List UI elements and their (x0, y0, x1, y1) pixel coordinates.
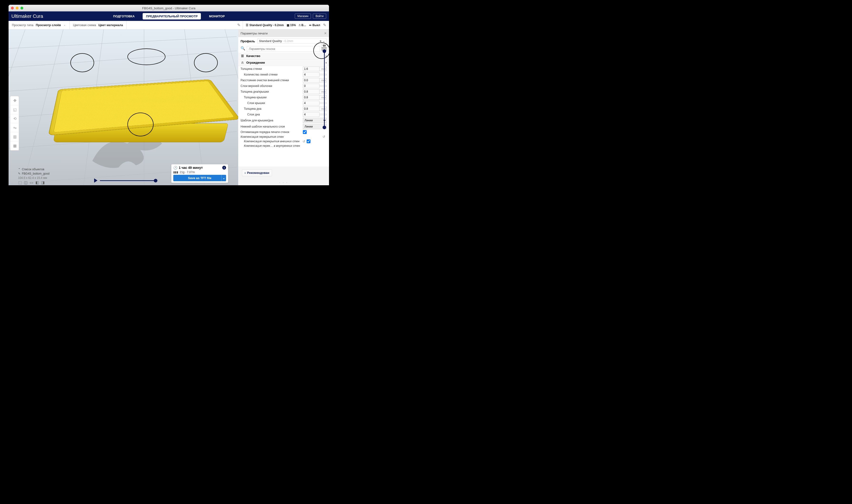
infill-summary[interactable]: ▦ 15% (287, 23, 296, 27)
login-button[interactable]: Войти (313, 14, 326, 19)
profile-label: Профиль (241, 39, 255, 43)
pencil-icon[interactable]: ✎ (18, 172, 20, 175)
setting-input[interactable] (303, 78, 319, 83)
rotate-tool-icon[interactable]: ⟲ (10, 114, 19, 123)
color-scheme-value[interactable]: Цвет материала (99, 23, 123, 27)
top-bar: Ultimaker Cura ПОДГОТОВКА ПРЕДВАРИТЕЛЬНЫ… (8, 12, 329, 21)
settings-search[interactable] (247, 46, 320, 52)
setting-name: Расстояние очистки внешней стенки (241, 78, 303, 82)
reset-icon[interactable]: ↺ (323, 135, 325, 139)
logo: Ultimaker Cura (12, 14, 43, 19)
recommended-button[interactable]: ‹Рекомендован (242, 169, 272, 176)
slider-thumb[interactable] (154, 179, 157, 182)
setting-input[interactable] (303, 89, 319, 94)
chevron-left-icon[interactable]: ‹ (63, 24, 66, 26)
setting-name: Слои дна (241, 113, 303, 116)
play-button[interactable] (94, 178, 98, 183)
annotation-oval (70, 53, 94, 72)
view-type-label: Просмотр типа (12, 23, 33, 27)
tab-monitor[interactable]: МОНИТОР (206, 13, 228, 19)
mesh-tool-icon[interactable]: ▥ (10, 132, 19, 141)
layer-thumb-top[interactable] (323, 49, 326, 53)
viewport[interactable]: ✥ ◱ ⟲ ⇋ ▥ ▦ ⌃ Список объектов ✎ FBG4S_bo… (8, 30, 238, 185)
pencil-icon[interactable]: ✎ (235, 23, 243, 27)
setting-name: Компенсация перекрытия стен (241, 135, 323, 139)
setting-name: Оптимизация порядка печати стенок (241, 130, 303, 134)
simulation-slider[interactable] (100, 180, 157, 181)
setting-name: Компенсация перекрытия внешних стен (241, 140, 302, 143)
chevron-down-icon[interactable]: ⌄ (221, 175, 226, 181)
setting-row: Слои крышки (238, 100, 329, 106)
setting-row: Оптимизация порядка печати стенок (238, 130, 329, 134)
panel-title: Параметры печати (241, 32, 268, 35)
infill-icon: ▦ (287, 23, 289, 27)
titlebar: FBG4S_bottom_good - Ultimaker Cura (8, 5, 329, 12)
view-3d-icon[interactable]: ⬚ (18, 180, 22, 184)
mirror-tool-icon[interactable]: ⇋ (10, 123, 19, 132)
quality-summary[interactable]: ☰ Standard Quality - 0.2mm (246, 23, 284, 27)
close-panel-icon[interactable]: × (324, 31, 327, 36)
resize-handle[interactable]: · · · (238, 180, 329, 185)
support-icon: ⎍ (299, 23, 300, 27)
setting-input[interactable] (303, 95, 319, 100)
setting-input[interactable] (303, 106, 319, 111)
save-button[interactable]: Save as TFT file⌄ (173, 175, 226, 181)
setting-row: Шаблон для крышки/днаЛинии (238, 117, 329, 124)
profile-selector[interactable]: Standard Quality - 0.2mm ★ ⌄ (258, 38, 327, 44)
chevron-up-icon[interactable]: ⌃ (18, 168, 20, 171)
setting-row: Слои дна (238, 112, 329, 117)
store-button[interactable]: Магазин (295, 14, 311, 19)
tab-prepare[interactable]: ПОДГОТОВКА (110, 13, 138, 19)
view-left-icon[interactable]: ◧ (35, 180, 39, 184)
setting-checkbox[interactable] (303, 130, 307, 134)
setting-name: Толщина стенки (241, 67, 303, 71)
chevron-left-icon: ‹ (245, 171, 246, 175)
setting-name: Толщина крышки (241, 96, 303, 99)
transform-tools: ✥ ◱ ⟲ ⇋ ▥ ▦ (10, 96, 19, 150)
print-info-box: 🕑1 час 49 минутi ▮▮▮21g · 7.07m Save as … (171, 164, 228, 183)
setting-row: Толщина днаmm (238, 106, 329, 112)
move-tool-icon[interactable]: ✥ (10, 96, 19, 105)
annotation-oval (127, 112, 154, 136)
section-walls[interactable]: ⎍Ограждение ‹ (238, 59, 329, 66)
material-icon: ▮▮▮ (173, 170, 178, 174)
layers-icon: ☰ (246, 23, 248, 27)
setting-row: Толщина дна/крышкиmm (238, 89, 329, 94)
support-blocker-icon[interactable]: ▦ (10, 141, 19, 150)
object-item[interactable]: FBG4S_bottom_good (22, 172, 49, 175)
setting-input[interactable] (303, 67, 319, 71)
clock-icon: 🕑 (173, 166, 177, 169)
view-front-icon[interactable]: ◫ (24, 180, 28, 184)
reset-icon[interactable]: ↺ (302, 140, 305, 143)
setting-row: Толщина крышкиmm (238, 94, 329, 100)
layer-slider[interactable]: 68 (319, 44, 329, 129)
annotation-oval (127, 49, 166, 65)
setting-name: Толщина дна/крышки (241, 90, 303, 93)
setting-checkbox[interactable] (307, 140, 311, 143)
edit-settings-icon[interactable]: ✎ (323, 23, 326, 27)
view-preset-icons: ⬚ ◫ ▭ ◧ ◨ (18, 180, 45, 184)
setting-input[interactable] (303, 72, 319, 77)
setting-name: Нижний шаблон начального слоя (241, 125, 303, 128)
setting-input[interactable] (303, 112, 319, 117)
view-top-icon[interactable]: ▭ (30, 180, 33, 184)
print-time: 1 час 49 минут (179, 166, 203, 169)
adhesion-icon: ⇔ (309, 23, 311, 27)
adhesion-summary[interactable]: ⇔ Выкл (309, 23, 320, 27)
layers-icon: ☰ (241, 54, 244, 58)
annotation-oval (194, 53, 218, 72)
setting-name: Количество линий стенки (241, 73, 303, 76)
setting-input[interactable] (303, 84, 319, 88)
view-type-value[interactable]: Просмотр слоёв (36, 23, 61, 27)
support-summary[interactable]: ⎍ В… (299, 23, 307, 27)
setting-input[interactable] (303, 101, 319, 106)
layer-thumb-bottom[interactable] (323, 126, 326, 129)
scale-tool-icon[interactable]: ◱ (10, 105, 19, 114)
info-icon[interactable]: i (222, 166, 226, 169)
tab-preview[interactable]: ПРЕДВАРИТЕЛЬНЫЙ ПРОСМОТР (143, 13, 201, 19)
view-right-icon[interactable]: ◨ (41, 180, 45, 184)
setting-row: Компенсация перекрытия внешних стен↺ (238, 139, 329, 144)
setting-row: Расстояние очистки внешней стенкиmm (238, 77, 329, 83)
simulation-playbar (94, 178, 157, 183)
material-usage: 21g · 7.07m (180, 170, 195, 174)
